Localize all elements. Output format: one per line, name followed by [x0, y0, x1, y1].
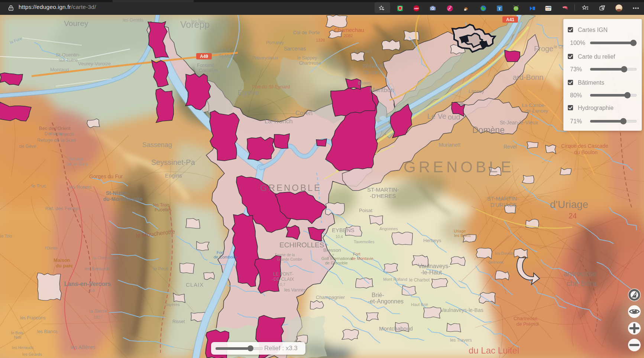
svg-text:Cirque des Cascade: Cirque des Cascade — [561, 143, 608, 149]
svg-text:ECHIROLLES: ECHIROLLES — [279, 241, 324, 249]
svg-text:Veurey-Voroize: Veurey-Voroize — [78, 61, 111, 66]
svg-text:St-Ismi: St-Ismi — [363, 69, 381, 75]
svg-text:La Tronch: La Tronch — [265, 118, 293, 125]
svg-text:du Lac Luitel: du Lac Luitel — [469, 345, 519, 355]
svg-text:Gorges du Fur: Gorges du Fur — [89, 173, 123, 179]
svg-text:ABP: ABP — [414, 7, 419, 10]
svg-text:Cornillon: Cornillon — [199, 68, 218, 73]
svg-text:Revel: Revel — [504, 144, 517, 150]
svg-text:0,7: 0,7 — [329, 254, 334, 258]
svg-text:Chartreuse: Chartreuse — [514, 316, 537, 321]
svg-text:St-Nizier-: St-Nizier- — [106, 190, 129, 196]
svg-text:interdit: interdit — [61, 132, 74, 137]
svg-text:ST-MARTIN-: ST-MARTIN- — [367, 186, 399, 193]
svg-text:les Bains: les Bains — [454, 233, 471, 238]
svg-text:Murianett: Murianett — [439, 142, 460, 148]
svg-text:Refuge: Refuge — [68, 156, 83, 162]
svg-text:Mont-: Mont- — [219, 48, 232, 53]
svg-text:Fort: Fort — [353, 252, 360, 256]
svg-text:InVID: InVID — [546, 6, 551, 9]
svg-text:Vourey: Vourey — [64, 19, 88, 27]
svg-text:Golf International: Golf International — [321, 256, 353, 261]
svg-text:amrousse: amrousse — [564, 270, 596, 278]
svg-text:La Combe-: La Combe- — [522, 102, 546, 108]
svg-text:de la Sure: de la Sure — [66, 161, 88, 167]
svg-text:che Béra: che Béra — [567, 279, 597, 287]
svg-text:24: 24 — [569, 212, 577, 220]
svg-text:ard-Bonn: ard-Bonn — [513, 73, 543, 81]
svg-text:Pucelles: Pucelles — [155, 207, 171, 212]
svg-text:D'URIAGE: D'URIAGE — [491, 202, 517, 208]
svg-text:les Francons: les Francons — [20, 315, 46, 320]
svg-text:Pomarey: Pomarey — [266, 40, 284, 45]
svg-text:le Charbot: le Charbot — [409, 277, 430, 283]
svg-text:T: T — [498, 6, 501, 11]
svg-text:l'Olette: l'Olette — [45, 246, 58, 250]
svg-text:oud: oud — [448, 113, 460, 121]
svg-text:Domaine: Domaine — [45, 131, 62, 136]
svg-text:10,4: 10,4 — [336, 235, 343, 239]
svg-text:Risset: Risset — [172, 319, 185, 324]
svg-text:Fort: Fort — [217, 250, 224, 255]
svg-text:Biviers: Biviers — [358, 81, 371, 86]
svg-text:les Allières: les Allières — [71, 344, 96, 350]
svg-text:Vaulnaveys-: Vaulnaveys- — [418, 263, 450, 269]
svg-text:2,6: 2,6 — [89, 288, 95, 293]
svg-text:Refuge de la Sure: Refuge de la Sure — [37, 137, 76, 143]
svg-text:CLAIX: CLAIX — [186, 281, 204, 288]
svg-text:Le Ve: Le Ve — [427, 112, 446, 120]
svg-text:Belmont: Belmont — [488, 260, 503, 264]
svg-text:LE PONT-: LE PONT- — [273, 271, 294, 277]
svg-text:Grande Combe: Grande Combe — [277, 257, 302, 261]
svg-text:-D'HERES: -D'HERES — [370, 193, 396, 199]
svg-text:sur-Isère: sur-Isère — [59, 57, 78, 63]
svg-text:Col de Porte: Col de Porte — [293, 30, 320, 35]
svg-text:Tavernolles: Tavernolles — [354, 240, 375, 244]
svg-text:-le-Haut: -le-Haut — [421, 269, 442, 276]
svg-text:les Trois: les Trois — [153, 202, 170, 208]
svg-text:St-Jean-le-Vieux: St-Jean-le-Vieux — [500, 120, 538, 126]
svg-text:Montchaboud: Montchaboud — [379, 325, 413, 332]
svg-text:1326: 1326 — [316, 38, 325, 42]
svg-text:-et-Angonnes: -et-Angonnes — [368, 298, 404, 305]
svg-text:Ferme de la: Ferme de la — [275, 253, 295, 257]
svg-text:Maison: Maison — [54, 257, 70, 263]
svg-text:les Girards: les Girards — [22, 352, 42, 357]
svg-text:Fontanil-: Fontanil- — [197, 62, 216, 68]
svg-text:les Herauds: les Herauds — [12, 345, 34, 350]
svg-text:Montbon: Montbon — [370, 87, 394, 94]
svg-text:le Peuil: le Peuil — [153, 266, 168, 271]
svg-text:Lancey: Lancey — [469, 88, 484, 94]
svg-text:Chamechau: Chamechau — [334, 27, 364, 33]
svg-text:de Comboire: de Comboire — [214, 255, 237, 259]
svg-text:Champagnier: Champagnier — [316, 294, 345, 300]
svg-text:-de-Lancey: -de-Lancey — [524, 108, 548, 114]
svg-text:Brié-: Brié- — [372, 292, 384, 298]
svg-text:Bresson: Bresson — [323, 247, 341, 253]
svg-text:la Chenevarie: la Chenevarie — [93, 256, 119, 260]
svg-text:les Blancs: les Blancs — [37, 329, 58, 334]
svg-text:ST-MARTIN-: ST-MARTIN- — [487, 195, 519, 202]
svg-text:Angonnes: Angonnes — [379, 227, 398, 231]
svg-text:les Bernards: les Bernards — [85, 266, 110, 271]
svg-text:1827: 1827 — [94, 315, 103, 319]
svg-text:le Sappey-: le Sappey- — [297, 55, 318, 61]
svg-text:Mont Rolland: Mont Rolland — [383, 277, 407, 281]
svg-text:les Ronins: les Ronins — [69, 184, 92, 190]
svg-text:du Boulon: du Boulon — [574, 149, 598, 155]
svg-text:Seyssinet-Pa: Seyssinet-Pa — [151, 158, 195, 166]
svg-text:A49: A49 — [200, 54, 208, 59]
svg-text:Herbeys: Herbeys — [423, 238, 441, 243]
svg-text:St-Martin: St-Martin — [219, 53, 238, 59]
svg-text:du-Moncherotte: du-Moncherotte — [103, 196, 143, 202]
svg-text:le Churu: le Churu — [355, 49, 372, 54]
svg-text:Poisat: Poisat — [359, 208, 373, 213]
svg-text:Engins: Engins — [165, 172, 182, 179]
svg-text:2082: 2082 — [344, 33, 353, 38]
svg-text:Jayères: Jayères — [165, 302, 180, 307]
svg-text:du parc: du parc — [56, 263, 73, 268]
svg-text:Proveysieux: Proveysieux — [252, 55, 278, 61]
svg-text:Domène: Domène — [472, 125, 505, 135]
svg-text:Fort du St-Eynard: Fort du St-Eynard — [252, 84, 290, 90]
svg-text:de Prémol: de Prémol — [517, 321, 538, 327]
